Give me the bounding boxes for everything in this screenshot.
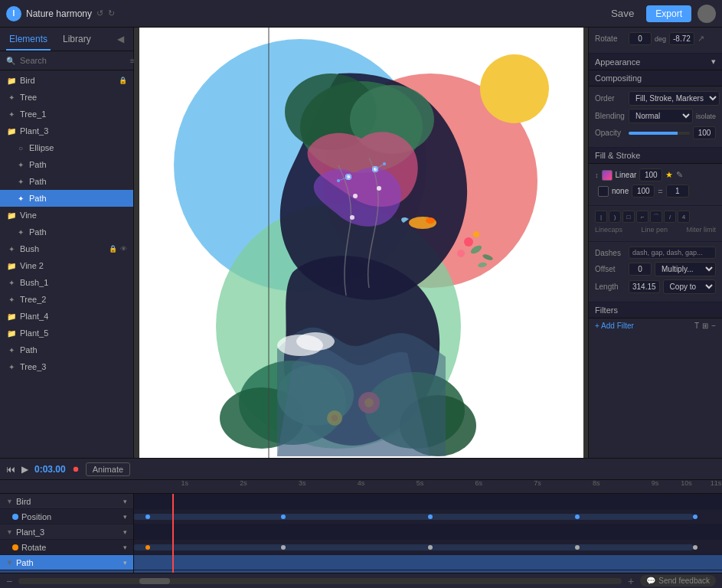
add-filter-button[interactable]: + Add Filter T ⊞ − <box>589 318 722 333</box>
zoom-out-icon[interactable]: − <box>6 575 12 587</box>
rotate-icon[interactable]: ↗ <box>697 34 704 44</box>
track-options-icon: ▾ <box>123 544 127 551</box>
list-item[interactable]: ✦ Tree_3 <box>0 358 133 375</box>
time-display: 0:03.00 <box>34 464 66 475</box>
timeline-scrollbar[interactable] <box>18 578 622 584</box>
list-item[interactable]: 📁 Plant_4 <box>0 308 133 325</box>
fill-opacity[interactable]: 100 <box>639 168 662 181</box>
length-value[interactable]: 314.15 <box>629 280 660 293</box>
linejoin-round-icon[interactable]: ⌒ <box>650 211 662 223</box>
star-fill-icon[interactable]: ★ <box>665 170 673 180</box>
panel-collapse-btn[interactable]: ◀ <box>114 31 127 51</box>
keyframe[interactable] <box>428 514 433 519</box>
order-select[interactable]: Fill, Stroke, Markers <box>629 91 720 106</box>
user-avatar[interactable] <box>697 5 716 23</box>
compositing-header[interactable]: Compositing <box>589 70 722 87</box>
track-label-selected[interactable]: ▼ Path ▾ <box>0 555 133 570</box>
timeline-track-content[interactable] <box>134 494 722 573</box>
element-name: Tree <box>20 93 127 102</box>
fill-color-swatch[interactable] <box>602 170 613 181</box>
animate-button[interactable]: Animate <box>86 462 130 476</box>
list-item[interactable]: ✦ Tree_1 <box>0 106 133 122</box>
list-item[interactable]: ✦ Bush 🔒 👁 <box>0 240 133 257</box>
export-button[interactable]: Export <box>646 5 691 22</box>
linecap-round-icon[interactable]: ) <box>609 211 621 223</box>
copy-to-select[interactable]: Copy to <box>663 279 716 294</box>
stroke-opacity[interactable]: 100 <box>632 185 655 198</box>
keyframe[interactable] <box>145 545 150 550</box>
send-feedback-button[interactable]: 💬 Send feedback <box>640 575 716 586</box>
opacity-slider[interactable] <box>629 132 690 135</box>
keyframe[interactable] <box>693 545 697 550</box>
list-item[interactable]: ✦ Path <box>0 224 133 240</box>
save-button[interactable]: Save <box>605 5 640 22</box>
length-label: Length <box>595 283 626 291</box>
track-name: Position <box>21 512 120 521</box>
linecap-butt-icon[interactable]: | <box>595 211 607 223</box>
tab-library[interactable]: Library <box>60 31 94 51</box>
list-item[interactable]: ✦ Path <box>0 341 133 358</box>
list-item-selected[interactable]: ✦ Path <box>0 190 133 207</box>
rotate-value[interactable]: 0 <box>629 32 652 45</box>
timeline-ruler: 1s 2s 3s 4s 5s 6s 7s 8s 9s 10s 11s <box>0 480 722 494</box>
stroke-extra-icon[interactable]: 4 <box>678 211 690 223</box>
element-name: Path <box>29 177 127 186</box>
linejoin-miter-icon[interactable]: ⌐ <box>636 211 648 223</box>
record-button[interactable]: ⏺ <box>72 465 80 473</box>
list-item[interactable]: ✦ Path <box>0 173 133 190</box>
play-button[interactable]: ▶ <box>21 464 28 475</box>
list-item[interactable]: 📁 Plant_5 <box>0 325 133 341</box>
keyframe[interactable] <box>145 514 150 519</box>
scrollbar-thumb[interactable] <box>139 578 170 584</box>
blending-select[interactable]: Normal <box>629 109 693 123</box>
appearance-header[interactable]: Appearance ▾ <box>589 54 722 70</box>
offset-value[interactable]: 0 <box>629 263 652 276</box>
list-item[interactable]: ✦ Path <box>0 156 133 173</box>
track-label[interactable]: Rotate ▾ <box>0 540 133 555</box>
redo-btn[interactable]: ↻ <box>108 8 115 18</box>
keyframe[interactable] <box>281 514 286 519</box>
track-label[interactable]: ▼ Bird ▾ <box>0 494 133 509</box>
keyframe[interactable] <box>693 514 697 519</box>
list-item[interactable]: 📁 Bird 🔒 <box>0 72 133 89</box>
keyframe[interactable] <box>281 545 286 550</box>
filters-header[interactable]: Filters <box>589 302 722 318</box>
opacity-value[interactable]: 100 <box>693 126 716 139</box>
dashes-value[interactable]: dash, gap, dash, gap... <box>629 247 716 259</box>
list-item[interactable]: 📁 Plant_3 <box>0 122 133 139</box>
track-label[interactable]: ▼ Plant_3 ▾ <box>0 524 133 540</box>
track-label[interactable]: Position ▾ <box>0 509 133 524</box>
stop-button[interactable]: ⏮ <box>6 464 15 475</box>
svg-point-32 <box>383 162 386 165</box>
edit-fill-icon[interactable]: ✎ <box>676 170 683 180</box>
linejoin-bevel-icon[interactable]: / <box>664 211 676 223</box>
keyframe[interactable] <box>575 545 580 550</box>
list-item[interactable]: ○ Ellipse <box>0 139 133 156</box>
linecap-square-icon[interactable]: □ <box>622 211 635 223</box>
list-item[interactable]: ✦ Tree <box>0 89 133 106</box>
blend-mode-select[interactable]: Multiply... <box>655 262 716 276</box>
list-item[interactable]: 📁 Vine 2 <box>0 257 133 274</box>
canvas[interactable] <box>139 28 583 458</box>
filter-t-icon: T <box>694 322 699 330</box>
timeline-bottom: − + 💬 Send feedback <box>0 573 722 588</box>
zoom-in-icon[interactable]: + <box>628 575 634 587</box>
keyframe[interactable] <box>575 514 580 519</box>
undo-btn[interactable]: ↺ <box>96 8 103 18</box>
list-item[interactable]: 📁 Vine <box>0 207 133 224</box>
canvas-area[interactable] <box>134 28 588 458</box>
timeline: ⏮ ▶ 0:03.00 ⏺ Animate 1s 2s 3s 4s 5s 6s … <box>0 458 722 588</box>
keyframe[interactable] <box>428 545 433 550</box>
tab-elements[interactable]: Elements <box>6 31 51 51</box>
stroke-num[interactable]: 1 <box>666 185 689 198</box>
stroke-color-swatch[interactable] <box>598 186 609 197</box>
list-item[interactable]: ✦ Bush_1 <box>0 274 133 291</box>
svg-point-24 <box>350 215 354 220</box>
rotate-alt-value[interactable]: -8.72 <box>669 32 694 45</box>
filters-label: Filters <box>595 305 618 315</box>
list-item[interactable]: ✦ Tree_2 <box>0 291 133 308</box>
fill-stroke-header[interactable]: Fill & Stroke <box>589 148 722 164</box>
svg-point-4 <box>480 54 549 123</box>
element-name: Bush_1 <box>20 278 127 287</box>
search-input[interactable] <box>20 56 126 65</box>
